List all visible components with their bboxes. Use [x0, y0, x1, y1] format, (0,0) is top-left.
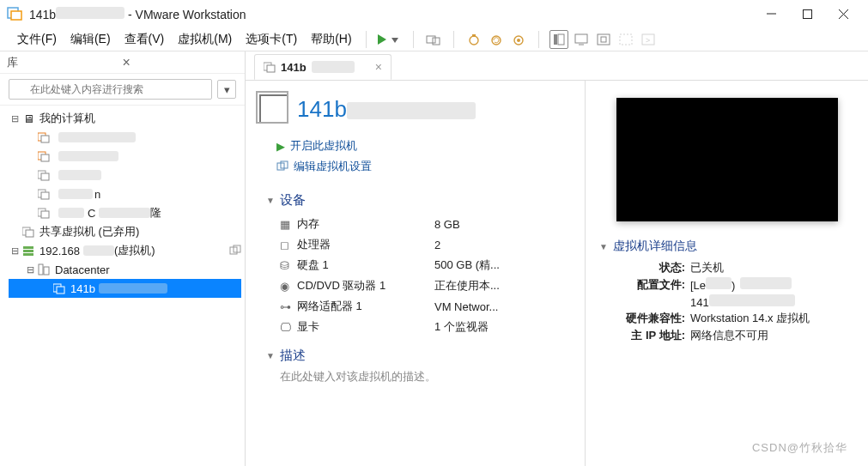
tabbar: 141b × [246, 51, 868, 81]
tab-vm[interactable]: 141b × [254, 54, 392, 80]
library-header: 库 × [0, 51, 245, 74]
svg-rect-25 [41, 136, 49, 142]
tree-vm-item[interactable] [9, 147, 241, 166]
menubar: 文件(F) 编辑(E) 查看(V) 虚拟机(M) 选项卡(T) 帮助(H) > [0, 27, 868, 51]
svg-marker-47 [574, 87, 581, 92]
obscured-text [58, 170, 101, 180]
svg-marker-7 [392, 38, 398, 43]
collapse-icon: ▼ [266, 196, 275, 205]
tab-close-button[interactable]: × [375, 60, 382, 74]
network-icon: ⊶ [280, 300, 297, 313]
toolbar: > [373, 30, 658, 49]
obscured-text [58, 189, 93, 199]
snapshot-take-icon[interactable] [464, 30, 483, 49]
view-single-icon[interactable] [549, 30, 568, 49]
tree-shared-vms[interactable]: 共享虚拟机 (已弃用) [9, 222, 241, 241]
tree-vm-item[interactable] [9, 128, 241, 147]
app-icon [7, 6, 22, 21]
details-header[interactable]: ▼虚拟机详细信息 [599, 239, 697, 254]
menu-help[interactable]: 帮助(H) [304, 29, 358, 50]
device-memory[interactable]: ▦内存8 GB [280, 214, 571, 234]
library-sidebar: 库 × 🔍 ▾ ⊟🖥我的计算机 n C隆 共享虚拟机 (已弃用) ⊟192.16… [0, 51, 246, 466]
svg-rect-9 [433, 38, 440, 45]
tree-server[interactable]: ⊟192.168(虚拟机) [9, 241, 241, 260]
tree-vm-item[interactable]: C隆 [9, 203, 241, 222]
view-stretch-icon[interactable]: > [639, 30, 658, 49]
tree-vm-item[interactable]: n [9, 185, 241, 203]
close-icon[interactable]: × [123, 55, 239, 70]
play-button[interactable] [373, 30, 403, 49]
vm-big-icon [259, 94, 288, 124]
device-nic[interactable]: ⊶网络适配器 1VM Networ... [280, 296, 571, 317]
device-cpu[interactable]: ◻处理器2 [280, 234, 571, 255]
collapse-icon: ▼ [599, 242, 608, 251]
devices-header[interactable]: ▼设备 [259, 182, 571, 214]
device-display[interactable]: 🖵显卡1 个监视器 [280, 317, 571, 337]
svg-rect-19 [598, 34, 610, 45]
svg-text:>: > [646, 36, 650, 45]
obscured-text [347, 102, 476, 119]
vm-off-icon [52, 282, 67, 294]
obscured-text [58, 132, 136, 142]
play-icon: ▶ [276, 140, 285, 153]
edit-settings-button[interactable]: 编辑虚拟机设置 [276, 156, 571, 177]
vm-thumbnail[interactable] [616, 98, 838, 221]
view-console-icon[interactable] [572, 30, 591, 49]
svg-rect-41 [39, 264, 43, 275]
obscured-text [709, 294, 795, 306]
scroll-up-button[interactable] [573, 84, 583, 96]
svg-rect-8 [427, 36, 435, 43]
description-header[interactable]: ▼描述 [259, 337, 571, 369]
power-on-button[interactable]: ▶开启此虚拟机 [276, 136, 571, 156]
memory-icon: ▦ [280, 218, 297, 231]
description-placeholder[interactable]: 在此处键入对该虚拟机的描述。 [259, 369, 571, 384]
svg-rect-17 [575, 34, 587, 43]
menu-edit[interactable]: 编辑(E) [64, 29, 118, 50]
svg-marker-6 [378, 34, 386, 45]
device-cd[interactable]: ◉CD/DVD 驱动器 1正在使用本... [280, 275, 571, 296]
devices-list: ▦内存8 GB ◻处理器2 ⛁硬盘 1500 GB (精... ◉CD/DVD … [259, 214, 571, 337]
snapshot-revert-icon[interactable] [487, 30, 506, 49]
menu-view[interactable]: 查看(V) [118, 29, 172, 50]
tree-my-computer[interactable]: ⊟🖥我的计算机 [9, 109, 241, 128]
watermark: CSDN@竹秋拾华 [752, 440, 847, 456]
vm-icon [264, 61, 276, 73]
vm-actions: ▶开启此虚拟机 编辑虚拟机设置 [259, 130, 571, 182]
snapshot-manage-icon[interactable] [509, 30, 528, 49]
search-dropdown-button[interactable]: ▾ [217, 80, 236, 99]
device-hdd[interactable]: ⛁硬盘 1500 GB (精... [280, 255, 571, 275]
tree-datacenter[interactable]: ⊟Datacenter [9, 260, 241, 279]
datacenter-icon [36, 263, 52, 275]
window-title-prefix: 141b [29, 8, 56, 21]
view-fullscreen-icon[interactable] [594, 30, 613, 49]
view-unity-icon[interactable] [616, 30, 635, 49]
cd-icon: ◉ [280, 280, 297, 293]
toolbar-separator [538, 31, 539, 48]
tree-selected-vm[interactable]: 141b [9, 279, 241, 298]
svg-rect-46 [267, 65, 275, 72]
maximize-button[interactable] [789, 1, 825, 27]
obscured-text [706, 277, 731, 289]
svg-rect-33 [41, 211, 49, 218]
vm-summary: 141b ▶开启此虚拟机 编辑虚拟机设置 ▼设备 ▦内存8 GB ◻处理器2 ⛁… [246, 81, 585, 466]
screenshot-icon[interactable] [424, 30, 443, 49]
tree-vm-item[interactable] [9, 166, 241, 185]
obscured-text [99, 283, 167, 294]
menu-file[interactable]: 文件(F) [10, 29, 64, 50]
vm-off-icon [36, 169, 52, 181]
menu-tabs[interactable]: 选项卡(T) [239, 29, 304, 50]
shared-icon [21, 226, 36, 238]
vm-details-panel: ▼虚拟机详细信息 状态:已关机 配置文件:[Le) 141 硬件兼容性:Work… [585, 81, 868, 466]
minimize-button[interactable] [753, 1, 789, 27]
close-button[interactable] [825, 1, 861, 27]
disk-icon: ⛁ [280, 259, 297, 272]
svg-rect-31 [41, 192, 49, 199]
library-tree: ⊟🖥我的计算机 n C隆 共享虚拟机 (已弃用) ⊟192.168(虚拟机) ⊟… [0, 105, 245, 466]
svg-rect-27 [41, 154, 49, 161]
svg-rect-20 [601, 37, 606, 42]
search-input[interactable] [9, 79, 212, 100]
menu-vm[interactable]: 虚拟机(M) [171, 29, 239, 50]
svg-rect-36 [23, 246, 33, 249]
tab-label: 141b [281, 61, 307, 74]
toolbar-separator [366, 31, 367, 48]
